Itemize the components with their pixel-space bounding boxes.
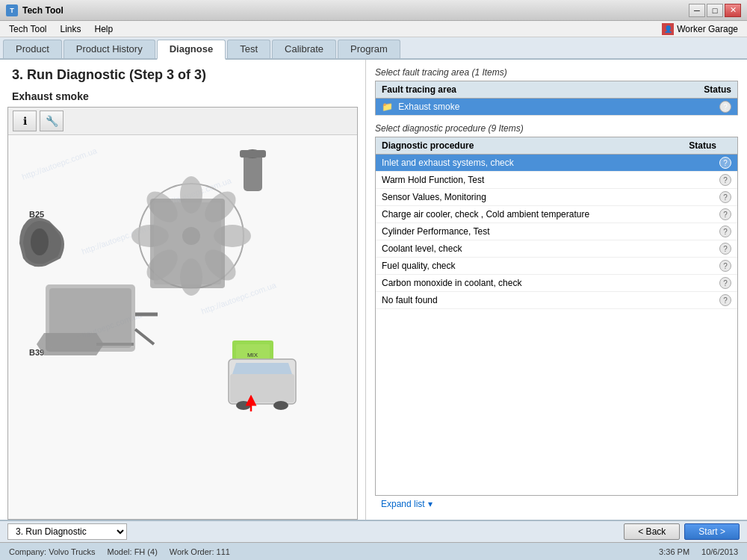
tab-product-history[interactable]: Product History	[63, 40, 155, 58]
menu-bar: Tech Tool Links Help 👤 Worker Garage	[0, 21, 747, 37]
svg-line-31	[135, 329, 154, 344]
svg-rect-21	[154, 202, 221, 284]
svg-point-34	[236, 401, 251, 410]
fault-col-status: Status	[627, 81, 737, 99]
tool-button[interactable]: 🔧	[40, 111, 63, 131]
procedure-section: Select diagnostic procedure (9 Items) Di…	[375, 123, 738, 512]
status-company: Company: Volvo Trucks	[9, 547, 96, 556]
diagram-area: ℹ 🔧 http://autoepc.com.ua http://autoepc…	[7, 107, 358, 520]
status-bar: Company: Volvo Trucks Model: FH (4) Work…	[0, 542, 747, 560]
tab-test[interactable]: Test	[227, 40, 270, 58]
maximize-button[interactable]: □	[707, 4, 723, 17]
section-title: Exhaust smoke	[0, 87, 365, 107]
main-content: 3. Run Diagnostic (Step 3 of 3) Exhaust …	[0, 60, 747, 520]
procedure-row-6[interactable]: Fuel quality, check ?	[376, 258, 737, 275]
bottom-bar: 3. Run Diagnostic < Back Start >	[0, 520, 747, 542]
tab-program[interactable]: Program	[338, 40, 400, 58]
procedure-section-header: Select diagnostic procedure (9 Items)	[375, 123, 738, 134]
nav-tabs: Product Product History Diagnose Test Ca…	[0, 37, 747, 60]
proc-status-icon-1: ?	[719, 174, 731, 186]
proc-status-icon-0: ?	[719, 157, 731, 169]
engine-diagram: http://autoepc.com.ua http://autoepc.com…	[8, 135, 352, 411]
svg-rect-7	[244, 154, 262, 191]
procedure-row-8[interactable]: No fault found ?	[376, 292, 737, 309]
worker-info: 👤 Worker Garage	[662, 23, 744, 35]
svg-rect-9	[240, 150, 266, 158]
chevron-down-icon: ▾	[428, 499, 433, 509]
taskbar-time: 3:36 PM	[659, 547, 689, 556]
svg-point-6	[31, 228, 49, 255]
window-controls: ─ □ ✕	[689, 4, 741, 17]
folder-icon: 📁	[382, 102, 393, 112]
app-icon: T	[6, 4, 18, 16]
title-bar: T Tech Tool ─ □ ✕	[0, 0, 747, 21]
procedure-row-1[interactable]: Warm Hold Function, Test ?	[376, 172, 737, 189]
tab-diagnose[interactable]: Diagnose	[157, 40, 226, 60]
proc-status-icon-8: ?	[719, 294, 731, 306]
page-title: 3. Run Diagnostic (Step 3 of 3)	[0, 60, 365, 87]
svg-point-35	[273, 401, 288, 410]
fault-table: Fault tracing area Status 📁 Exhaust smok…	[375, 81, 738, 116]
procedure-row-3[interactable]: Charge air cooler, check , Cold ambient …	[376, 206, 737, 223]
start-button[interactable]: Start >	[684, 523, 740, 540]
window-title: Tech Tool	[22, 5, 63, 16]
proc-status-icon-5: ?	[719, 243, 731, 255]
back-button[interactable]: < Back	[624, 523, 680, 540]
status-model: Model: FH (4)	[108, 547, 158, 556]
diagram-toolbar: ℹ 🔧	[8, 108, 357, 135]
right-panel: Select fault tracing area (1 Items) Faul…	[366, 60, 747, 520]
tab-product[interactable]: Product	[3, 40, 62, 58]
proc-col-name: Diagnostic procedure	[382, 140, 686, 151]
fault-section-header: Select fault tracing area (1 Items)	[375, 67, 738, 78]
svg-rect-33	[230, 374, 294, 402]
svg-rect-29	[49, 288, 131, 348]
step-dropdown[interactable]: 3. Run Diagnostic	[7, 523, 127, 540]
menu-tech-tool[interactable]: Tech Tool	[3, 22, 52, 36]
fault-section: Select fault tracing area (1 Items) Faul…	[375, 67, 738, 116]
procedure-table: Diagnostic procedure Status Inlet and ex…	[375, 137, 738, 496]
svg-text:http://autoepc.com.ua: http://autoepc.com.ua	[21, 146, 99, 181]
procedure-row-4[interactable]: Cylinder Performance, Test ?	[376, 223, 737, 240]
proc-status-icon-6: ?	[719, 260, 731, 272]
procedure-table-header: Diagnostic procedure Status	[376, 137, 737, 155]
minimize-button[interactable]: ─	[689, 4, 705, 17]
proc-status-icon-2: ?	[719, 191, 731, 203]
menu-help[interactable]: Help	[89, 22, 120, 36]
worker-label: Worker Garage	[677, 24, 738, 34]
worker-icon: 👤	[662, 23, 674, 35]
fault-col-name: Fault tracing area	[376, 81, 627, 99]
expand-list-link[interactable]: Expand list ▾	[375, 496, 738, 512]
taskbar-date: 10/6/2013	[701, 547, 738, 556]
svg-text:MIX: MIX	[247, 352, 258, 358]
proc-status-icon-7: ?	[719, 277, 731, 289]
proc-status-icon-4: ?	[719, 225, 731, 237]
fault-row[interactable]: 📁 Exhaust smoke ?	[376, 99, 738, 116]
procedure-table-body: Inlet and exhaust systems, check ? Warm …	[376, 155, 737, 495]
fault-row-name: 📁 Exhaust smoke	[376, 99, 627, 116]
left-panel: 3. Run Diagnostic (Step 3 of 3) Exhaust …	[0, 60, 366, 520]
info-button[interactable]: ℹ	[13, 111, 37, 131]
procedure-row-2[interactable]: Sensor Values, Monitoring ?	[376, 189, 737, 206]
tab-calibrate[interactable]: Calibrate	[272, 40, 336, 58]
menu-links[interactable]: Links	[54, 22, 87, 36]
proc-col-status: Status	[686, 140, 731, 151]
procedure-row-7[interactable]: Carbon monoxide in coolant, check ?	[376, 275, 737, 292]
fault-status-icon: ?	[719, 101, 731, 113]
procedure-row-0[interactable]: Inlet and exhaust systems, check ?	[376, 155, 737, 172]
procedure-row-5[interactable]: Coolant level, check ?	[376, 240, 737, 258]
diagram-content: http://autoepc.com.ua http://autoepc.com…	[8, 135, 357, 518]
close-button[interactable]: ✕	[725, 4, 741, 17]
status-work-order: Work Order: 111	[170, 547, 230, 556]
proc-status-icon-3: ?	[719, 208, 731, 220]
